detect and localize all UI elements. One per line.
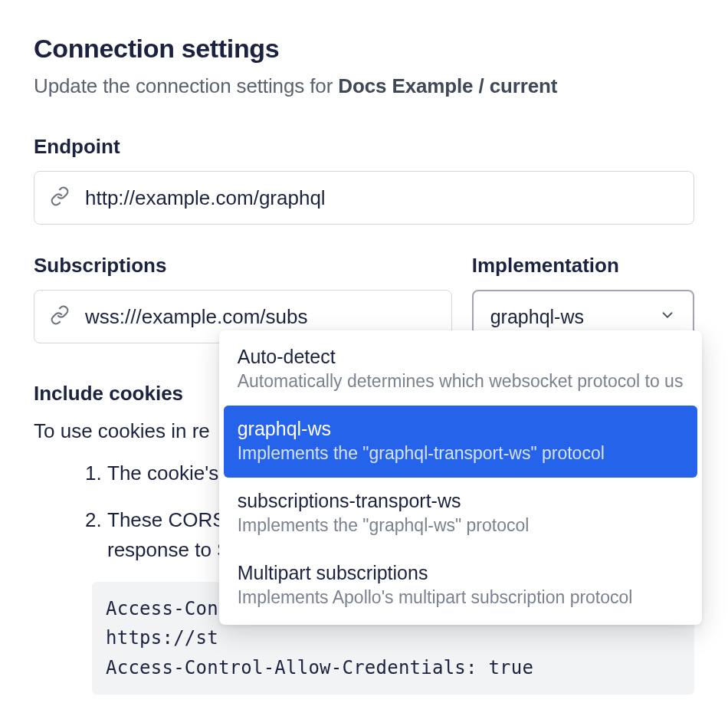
subtitle-prefix: Update the connection settings for	[34, 74, 338, 97]
dropdown-option-title: Auto-detect	[238, 346, 684, 368]
page-title: Connection settings	[34, 34, 694, 64]
implementation-selected-value: graphql-ws	[490, 306, 584, 328]
endpoint-label: Endpoint	[34, 135, 694, 159]
subscriptions-label: Subscriptions	[34, 254, 452, 278]
dropdown-option-desc: Implements the "graphql-ws" protocol	[238, 515, 684, 536]
dropdown-option-title: graphql-ws	[238, 418, 684, 440]
dropdown-option-auto-detect[interactable]: Auto-detect Automatically determines whi…	[219, 333, 702, 406]
link-icon	[50, 305, 70, 328]
implementation-dropdown: Auto-detect Automatically determines whi…	[219, 330, 702, 625]
dropdown-option-desc: Implements Apollo's multipart subscripti…	[238, 587, 684, 608]
subscriptions-input[interactable]	[85, 305, 436, 329]
subtitle-strong: Docs Example / current	[338, 74, 557, 97]
endpoint-input-wrap[interactable]	[34, 171, 694, 225]
dropdown-option-desc: Automatically determines which websocket…	[238, 371, 684, 392]
link-icon	[50, 186, 70, 209]
dropdown-option-desc: Implements the "graphql-transport-ws" pr…	[238, 443, 684, 464]
page-subtitle: Update the connection settings for Docs …	[34, 74, 694, 98]
dropdown-option-title: Multipart subscriptions	[238, 562, 684, 584]
endpoint-input[interactable]	[85, 186, 678, 210]
dropdown-option-title: subscriptions-transport-ws	[238, 490, 684, 512]
dropdown-option-graphql-ws[interactable]: graphql-ws Implements the "graphql-trans…	[224, 406, 697, 478]
chevron-down-icon	[659, 307, 676, 327]
dropdown-option-subscriptions-transport-ws[interactable]: subscriptions-transport-ws Implements th…	[219, 478, 702, 550]
implementation-label: Implementation	[472, 254, 694, 278]
dropdown-option-multipart[interactable]: Multipart subscriptions Implements Apoll…	[219, 550, 702, 622]
